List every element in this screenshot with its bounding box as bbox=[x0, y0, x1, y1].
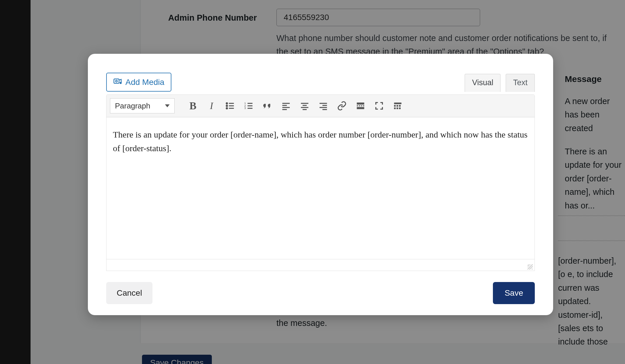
tab-text[interactable]: Text bbox=[506, 74, 535, 92]
editor-tabs: Visual Text bbox=[465, 74, 535, 92]
svg-point-5 bbox=[226, 105, 228, 106]
align-left-icon[interactable] bbox=[279, 99, 293, 113]
italic-icon[interactable]: I bbox=[205, 99, 218, 113]
svg-rect-32 bbox=[397, 105, 398, 107]
svg-point-7 bbox=[226, 108, 228, 109]
bold-icon[interactable]: B bbox=[186, 99, 200, 113]
toolbar-toggle-icon[interactable] bbox=[391, 99, 404, 113]
align-center-icon[interactable] bbox=[298, 99, 311, 113]
svg-rect-0 bbox=[114, 79, 119, 83]
modal-actions: Cancel Save bbox=[106, 282, 535, 304]
editor-content-area[interactable]: There is an update for your order [order… bbox=[106, 117, 535, 259]
svg-rect-31 bbox=[394, 105, 396, 107]
tab-visual[interactable]: Visual bbox=[465, 74, 500, 92]
save-button[interactable]: Save bbox=[493, 282, 535, 304]
format-select-label: Paragraph bbox=[115, 101, 150, 110]
svg-rect-36 bbox=[399, 108, 401, 109]
svg-rect-35 bbox=[397, 108, 398, 109]
cancel-button[interactable]: Cancel bbox=[106, 282, 152, 304]
chevron-down-icon bbox=[165, 104, 170, 107]
align-right-icon[interactable] bbox=[317, 99, 330, 113]
editor-frame: Paragraph B I 123 bbox=[106, 94, 535, 271]
resize-handle[interactable] bbox=[528, 264, 533, 270]
unordered-list-icon[interactable] bbox=[223, 99, 237, 113]
svg-rect-34 bbox=[394, 108, 396, 109]
link-icon[interactable] bbox=[335, 99, 349, 113]
editor-text[interactable]: There is an update for your order [order… bbox=[113, 128, 528, 155]
camera-music-icon bbox=[113, 77, 122, 88]
svg-point-1 bbox=[116, 80, 117, 82]
svg-rect-33 bbox=[399, 105, 401, 107]
svg-point-3 bbox=[226, 103, 228, 104]
ordered-list-icon[interactable]: 123 bbox=[242, 99, 255, 113]
blockquote-icon[interactable] bbox=[261, 99, 274, 113]
editor-statusbar bbox=[106, 259, 535, 271]
editor-toolbar: Paragraph B I 123 bbox=[106, 95, 535, 117]
svg-text:3: 3 bbox=[244, 106, 246, 110]
svg-rect-29 bbox=[357, 107, 364, 109]
read-more-icon[interactable] bbox=[354, 99, 367, 113]
svg-rect-27 bbox=[357, 103, 364, 105]
format-select[interactable]: Paragraph bbox=[110, 98, 175, 113]
editor-modal: Add Media Visual Text Paragraph B I 123 bbox=[88, 54, 553, 315]
add-media-button[interactable]: Add Media bbox=[106, 73, 171, 92]
svg-rect-30 bbox=[394, 103, 402, 104]
modal-header: Add Media Visual Text bbox=[106, 73, 535, 92]
fullscreen-icon[interactable] bbox=[372, 99, 386, 113]
add-media-label: Add Media bbox=[125, 78, 164, 87]
svg-point-2 bbox=[120, 82, 121, 84]
